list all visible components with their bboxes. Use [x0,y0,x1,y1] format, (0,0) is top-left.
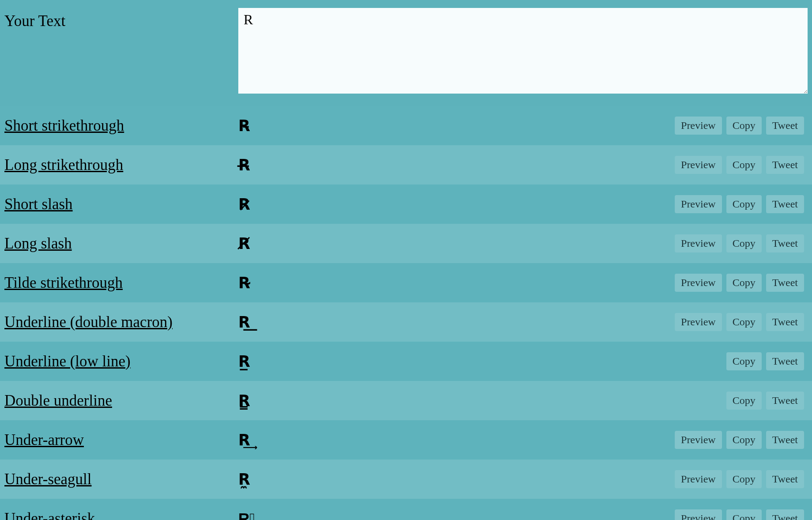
tweet-button[interactable]: Tweet [766,195,804,213]
preview-button[interactable]: Preview [675,509,722,520]
preview-button[interactable]: Preview [675,313,722,331]
style-name-link[interactable]: Double underline [4,392,112,409]
style-output: R̶ [238,156,675,174]
style-output: R̴ [238,274,675,292]
copy-button[interactable]: Copy [726,156,762,174]
input-row: Your Text [0,0,812,106]
style-output: R͢ [238,431,675,449]
copy-button[interactable]: Copy [726,274,762,292]
style-output: R̸ [238,235,675,252]
tweet-button[interactable]: Tweet [766,156,804,174]
style-actions: PreviewCopyTweet [675,195,808,213]
copy-button[interactable]: Copy [726,392,762,410]
style-name-cell: Long strikethrough [4,156,238,174]
copy-button[interactable]: Copy [726,509,762,520]
style-actions: CopyTweet [726,392,808,410]
style-name-link[interactable]: Under-asterisk [4,510,95,520]
style-name-link[interactable]: Under-seagull [4,471,92,488]
style-row: Tilde strikethroughR̴PreviewCopyTweet [0,263,812,302]
style-name-cell: Under-asterisk [4,510,238,520]
style-actions: CopyTweet [726,352,808,370]
style-name-cell: Double underline [4,392,238,410]
tweet-button[interactable]: Tweet [766,431,804,449]
style-actions: PreviewCopyTweet [675,509,808,520]
tweet-button[interactable]: Tweet [766,274,804,292]
tweet-button[interactable]: Tweet [766,392,804,410]
style-name-link[interactable]: Underline (low line) [4,353,131,370]
tweet-button[interactable]: Tweet [766,352,804,370]
style-name-link[interactable]: Under-arrow [4,431,84,448]
preview-button[interactable]: Preview [675,117,722,135]
preview-button[interactable]: Preview [675,431,722,449]
tweet-button[interactable]: Tweet [766,117,804,135]
style-output: R̲ [238,353,726,370]
style-row: Under-seagullR̼PreviewCopyTweet [0,460,812,499]
style-output: R̵ [238,117,675,135]
style-row: Underline (low line)R̲CopyTweet [0,342,812,381]
style-actions: PreviewCopyTweet [675,117,808,135]
tweet-button[interactable]: Tweet [766,234,804,252]
tweet-button[interactable]: Tweet [766,470,804,488]
style-name-link[interactable]: Tilde strikethrough [4,274,123,291]
style-row: Short strikethroughR̵PreviewCopyTweet [0,106,812,145]
style-name-cell: Short strikethrough [4,117,238,135]
style-name-link[interactable]: Short slash [4,196,73,213]
style-output: R̷ [238,196,675,213]
style-name-link[interactable]: Long strikethrough [4,156,123,173]
style-actions: PreviewCopyTweet [675,156,808,174]
tweet-button[interactable]: Tweet [766,313,804,331]
style-row: Long strikethroughR̶PreviewCopyTweet [0,145,812,185]
copy-button[interactable]: Copy [726,431,762,449]
textarea-wrapper [238,8,808,95]
style-name-cell: Underline (low line) [4,353,238,370]
style-row: Under-asteriskR͙PreviewCopyTweet [0,499,812,520]
preview-button[interactable]: Preview [675,195,722,213]
copy-button[interactable]: Copy [726,313,762,331]
style-name-link[interactable]: Short strikethrough [4,117,124,134]
style-actions: PreviewCopyTweet [675,470,808,488]
style-row: Long slashR̸PreviewCopyTweet [0,224,812,263]
preview-button[interactable]: Preview [675,470,722,488]
style-actions: PreviewCopyTweet [675,234,808,252]
style-output: R̼ [238,471,675,488]
style-name-cell: Short slash [4,196,238,213]
style-row: Underline (double macron)R͟PreviewCopyTw… [0,302,812,342]
style-row: Double underlineR̳CopyTweet [0,381,812,420]
tweet-button[interactable]: Tweet [766,509,804,520]
style-actions: PreviewCopyTweet [675,313,808,331]
style-row: Short slashR̷PreviewCopyTweet [0,185,812,224]
style-name-cell: Long slash [4,235,238,252]
style-output: R̳ [238,392,726,410]
style-name-cell: Underline (double macron) [4,313,238,331]
copy-button[interactable]: Copy [726,117,762,135]
style-name-link[interactable]: Long slash [4,235,72,252]
copy-button[interactable]: Copy [726,195,762,213]
style-actions: PreviewCopyTweet [675,431,808,449]
style-output: R͟ [238,313,675,331]
style-name-cell: Under-seagull [4,471,238,488]
style-name-cell: Under-arrow [4,431,238,449]
style-name-cell: Tilde strikethrough [4,274,238,292]
text-input[interactable] [238,8,808,94]
preview-button[interactable]: Preview [675,274,722,292]
copy-button[interactable]: Copy [726,470,762,488]
preview-button[interactable]: Preview [675,156,722,174]
style-row: Under-arrowR͢PreviewCopyTweet [0,420,812,460]
preview-button[interactable]: Preview [675,234,722,252]
style-output: R͙ [238,510,675,520]
style-name-link[interactable]: Underline (double macron) [4,313,173,331]
copy-button[interactable]: Copy [726,352,762,370]
style-actions: PreviewCopyTweet [675,274,808,292]
input-label: Your Text [4,8,238,30]
copy-button[interactable]: Copy [726,234,762,252]
